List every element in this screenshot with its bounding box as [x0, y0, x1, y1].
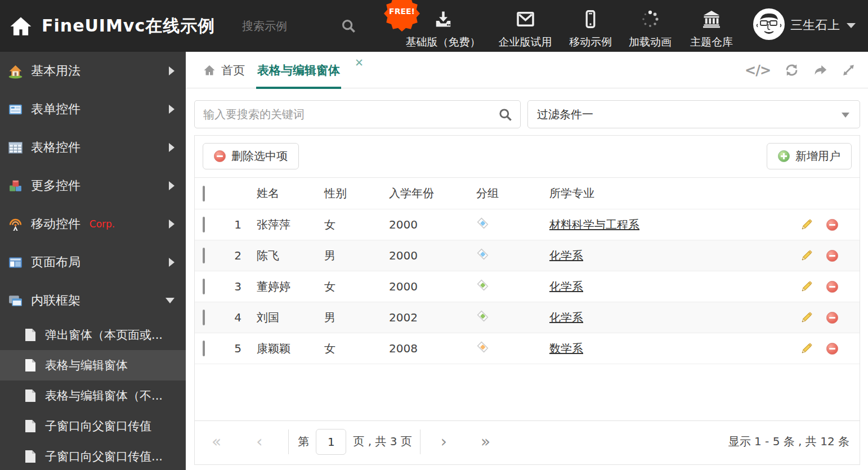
table-empty-space — [195, 364, 860, 420]
user-menu[interactable]: 三生石上 — [790, 17, 856, 34]
cell-year: 2000 — [381, 218, 468, 231]
edit-icon[interactable] — [800, 342, 813, 355]
table-row: 3 董婷婷 女 2000 化学系 — [195, 271, 860, 302]
nav-mobile-examples[interactable]: 移动示例 — [569, 9, 612, 50]
nav-loading-animation[interactable]: 加载动画 — [629, 9, 672, 50]
tab-bar: 首页 表格与编辑窗体 ✕ </> — [186, 52, 868, 88]
sidebar-item-page-layout[interactable]: 页面布局 — [0, 243, 186, 281]
nav-label: 移动示例 — [569, 35, 612, 50]
source-code-icon[interactable]: </> — [745, 62, 771, 78]
cell-group — [468, 341, 542, 356]
table-row: 4 刘国 男 2002 化学系 — [195, 302, 860, 333]
filter-dropdown[interactable]: 过滤条件一 — [527, 100, 860, 128]
col-gender[interactable]: 性别 — [316, 186, 381, 201]
avatar[interactable] — [753, 8, 785, 40]
sidebar-subitem-grid-edit-window-2[interactable]: 表格与编辑窗体（不... — [0, 381, 186, 411]
nav-label: 加载动画 — [629, 35, 672, 50]
row-checkbox[interactable] — [203, 217, 205, 232]
nav-enterprise-trial[interactable]: 企业版试用 — [499, 9, 552, 50]
chevron-right-icon — [169, 220, 175, 229]
row-checkbox[interactable] — [203, 248, 205, 263]
chevron-down-icon — [165, 298, 175, 303]
page-number-input[interactable] — [316, 429, 346, 455]
share-icon[interactable] — [813, 62, 828, 78]
major-link[interactable]: 化学系 — [549, 311, 583, 324]
cell-name: 刘国 — [249, 310, 316, 325]
col-group[interactable]: 分组 — [468, 186, 542, 201]
edit-icon[interactable] — [800, 218, 813, 231]
edit-icon[interactable] — [800, 280, 813, 293]
form-icon — [8, 102, 23, 117]
edit-icon[interactable] — [800, 311, 813, 324]
tag-icon — [476, 310, 489, 323]
sidebar-item-more-controls[interactable]: 更多控件 — [0, 167, 186, 205]
search-icon[interactable] — [498, 107, 513, 124]
record-summary: 显示 1 - 5 条 , 共 12 条 — [728, 434, 849, 449]
delete-icon[interactable] — [826, 281, 838, 293]
main-content: 首页 表格与编辑窗体 ✕ </> 过滤条件一 — [186, 52, 868, 470]
cell-group — [468, 217, 542, 232]
delete-icon[interactable] — [826, 250, 838, 262]
delete-icon[interactable] — [826, 312, 838, 324]
sidebar-item-mobile-controls[interactable]: 移动控件 Corp. — [0, 205, 186, 243]
chevron-down-icon — [842, 113, 849, 118]
close-icon[interactable]: ✕ — [355, 56, 364, 69]
keyword-search-input[interactable] — [194, 100, 521, 128]
cell-name: 陈飞 — [249, 248, 316, 263]
home-logo-icon[interactable] — [9, 15, 33, 41]
sidebar-subitem-child-to-parent-2[interactable]: 子窗口向父窗口传值... — [0, 441, 186, 470]
major-link[interactable]: 数学系 — [549, 342, 583, 355]
row-checkbox[interactable] — [203, 341, 205, 356]
chevron-right-icon — [169, 181, 175, 190]
nav-basic-free[interactable]: 基础版（免费） — [406, 9, 481, 50]
select-all-checkbox[interactable] — [203, 186, 205, 202]
col-major[interactable]: 所学专业 — [542, 186, 793, 201]
users-table: 姓名 性别 入学年份 分组 所学专业 1 张萍萍 女 2000 材料科学与工程系 — [195, 177, 860, 462]
cell-gender: 男 — [316, 310, 381, 325]
cell-year: 2008 — [381, 342, 468, 355]
first-page-icon[interactable]: « — [212, 434, 221, 450]
sidebar-item-grid-controls[interactable]: 表格控件 — [0, 128, 186, 167]
home-icon — [203, 64, 216, 77]
tab-home[interactable]: 首页 — [203, 52, 245, 88]
tab-grid-edit-window[interactable]: 表格与编辑窗体 — [256, 52, 341, 88]
frames-icon — [8, 293, 23, 308]
sidebar-item-form-controls[interactable]: 表单控件 — [0, 90, 186, 128]
major-link[interactable]: 化学系 — [549, 249, 583, 262]
header-search-icon[interactable] — [340, 17, 357, 37]
chevron-right-icon — [169, 258, 175, 267]
sidebar-item-basic-usage[interactable]: 基本用法 — [0, 52, 186, 90]
delete-selected-button[interactable]: 删除选中项 — [203, 143, 299, 169]
sidebar-subitem-grid-edit-window[interactable]: 表格与编辑窗体 — [0, 350, 186, 381]
major-link[interactable]: 化学系 — [549, 280, 583, 293]
minus-icon — [214, 150, 226, 162]
header-search-input[interactable] — [242, 17, 335, 35]
prev-page-icon[interactable]: ‹ — [256, 434, 262, 450]
expand-icon[interactable] — [842, 63, 856, 77]
major-link[interactable]: 材料科学与工程系 — [549, 218, 639, 231]
col-year[interactable]: 入学年份 — [381, 186, 468, 201]
refresh-icon[interactable] — [784, 62, 799, 78]
next-page-icon[interactable]: › — [441, 434, 447, 450]
cell-year: 2000 — [381, 249, 468, 262]
cell-gender: 男 — [316, 248, 381, 263]
row-checkbox[interactable] — [203, 310, 205, 325]
sidebar-subitem-child-to-parent[interactable]: 子窗口向父窗口传值 — [0, 411, 186, 441]
nav-theme-repo[interactable]: 主题仓库 — [690, 9, 733, 50]
edit-icon[interactable] — [800, 249, 813, 262]
sidebar-item-iframe[interactable]: 内联框架 — [0, 281, 186, 320]
row-checkbox[interactable] — [203, 279, 205, 294]
delete-icon[interactable] — [826, 343, 838, 355]
app-header: FineUIMvc在线示例 FREE! 基础版（免费） 企业版试用 移动示例 — [0, 0, 868, 52]
add-user-button[interactable]: 新增用户 — [767, 143, 852, 169]
grid-panel: 删除选中项 新增用户 姓名 性别 入学年份 分组 所学专业 1 张萍萍 — [194, 135, 860, 465]
file-icon — [25, 450, 36, 463]
col-name[interactable]: 姓名 — [249, 186, 316, 201]
last-page-icon[interactable]: » — [481, 434, 490, 450]
cell-gender: 女 — [316, 217, 381, 232]
delete-icon[interactable] — [826, 219, 838, 231]
tag-icon — [476, 341, 489, 353]
sidebar-subitem-popup-window[interactable]: 弹出窗体（本页面或... — [0, 320, 186, 350]
row-number: 2 — [221, 249, 249, 262]
envelope-icon — [515, 9, 535, 32]
